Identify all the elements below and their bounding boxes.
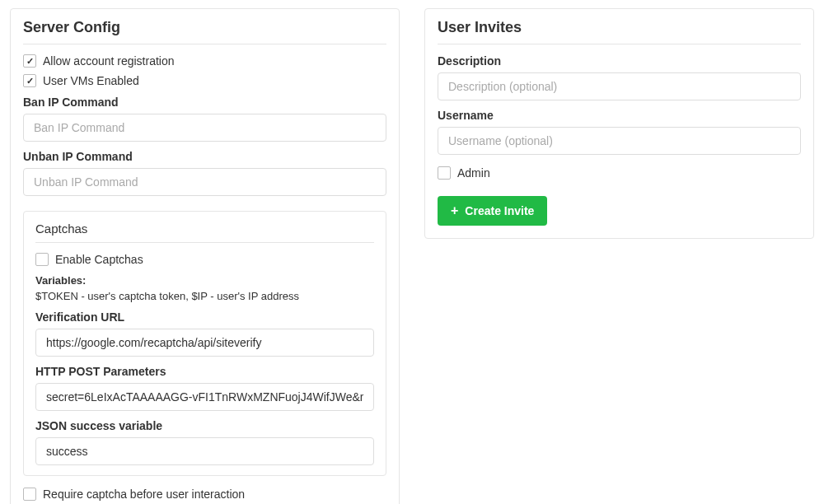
server-config-panel: Server Config Allow account registration… — [10, 8, 400, 504]
captchas-panel: Captchas Enable Captchas Variables: $TOK… — [23, 211, 386, 476]
unban-ip-label: Unban IP Command — [23, 150, 386, 163]
json-success-input[interactable] — [35, 437, 374, 465]
enable-captchas-checkbox[interactable] — [35, 253, 49, 266]
user-vms-label: User VMs Enabled — [43, 74, 139, 87]
server-config-title: Server Config — [23, 19, 386, 44]
captchas-title: Captchas — [35, 222, 374, 243]
http-post-label: HTTP POST Parameters — [35, 365, 374, 378]
http-post-input[interactable] — [35, 383, 374, 411]
invite-description-input[interactable] — [438, 72, 801, 100]
ban-ip-label: Ban IP Command — [23, 96, 386, 109]
captcha-variables-text: $TOKEN - user's captcha token, $IP - use… — [35, 290, 374, 302]
captcha-variables-label: Variables: — [35, 274, 374, 287]
create-invite-button[interactable]: + Create Invite — [438, 196, 547, 226]
create-invite-label: Create Invite — [465, 204, 534, 217]
plus-icon: + — [451, 204, 458, 217]
user-vms-checkbox[interactable] — [23, 74, 36, 87]
invite-username-input[interactable] — [438, 127, 801, 155]
invite-admin-label: Admin — [457, 166, 490, 180]
user-invites-title: User Invites — [438, 19, 801, 44]
allow-registration-checkbox[interactable] — [23, 54, 36, 68]
verification-url-label: Verification URL — [35, 310, 374, 324]
unban-ip-input[interactable] — [23, 168, 386, 196]
invite-description-label: Description — [438, 54, 801, 68]
user-invites-panel: User Invites Description Username Admin … — [424, 8, 814, 239]
ban-ip-input[interactable] — [23, 114, 386, 142]
require-captcha-checkbox[interactable] — [23, 488, 36, 501]
enable-captchas-label: Enable Captchas — [55, 253, 143, 266]
invite-username-label: Username — [438, 109, 801, 122]
allow-registration-label: Allow account registration — [43, 54, 175, 68]
require-captcha-label: Require captcha before user interaction — [43, 488, 245, 501]
json-success-label: JSON success variable — [35, 419, 374, 432]
verification-url-input[interactable] — [35, 329, 374, 357]
invite-admin-checkbox[interactable] — [438, 166, 451, 180]
